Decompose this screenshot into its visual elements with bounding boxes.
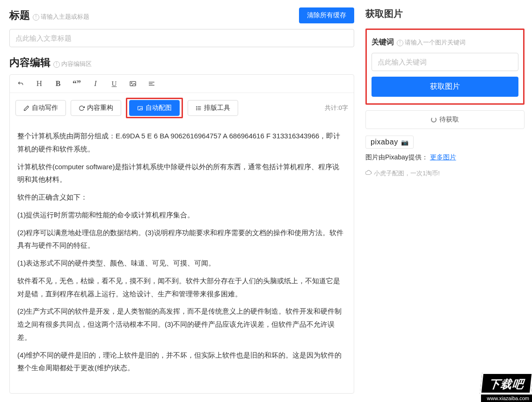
svg-point-11 (197, 109, 197, 110)
action-toolbar: 自动写作 内容重构 自动配图 排版工具 共计:0字 (10, 93, 354, 123)
svg-point-9 (197, 106, 197, 107)
auto-image-button[interactable]: 自动配图 (129, 100, 180, 116)
info-icon: ! (397, 40, 403, 46)
picture-icon (137, 105, 143, 111)
title-label: 标题 (9, 8, 30, 22)
keyword-highlight-box: 关键词 !请输入一个图片关键词 获取图片 (365, 29, 525, 105)
keyword-label: 关键词 (372, 37, 394, 47)
watermark-badge: 下载吧 (480, 373, 532, 394)
word-count: 共计:0字 (325, 104, 348, 112)
quote-icon[interactable]: “” (72, 79, 82, 89)
content-section-header: 内容编辑 !内容编辑区 (9, 56, 354, 70)
info-icon: ! (53, 61, 60, 68)
camera-icon: 📷 (399, 139, 409, 146)
side-footer-hint: 小虎子配图，一次1淘币! (365, 169, 525, 178)
auto-write-button[interactable]: 自动写作 (15, 100, 66, 116)
fetch-image-button[interactable]: 获取图片 (372, 77, 518, 97)
spinner-icon (431, 117, 437, 122)
layout-icon (196, 105, 202, 111)
editor-body[interactable]: 整个计算机系统由两部分组成：E.69DA 5 E 6 BA 9062616964… (10, 123, 354, 393)
paragraph: (1)提供运行时所需功能和性能的命令或计算机程序集合。 (17, 208, 346, 222)
credit-line: 图片由Pixabay提供： 更多图片 (365, 153, 525, 162)
side-panel-title: 获取图片 (365, 7, 525, 20)
content-edit-hint: !内容编辑区 (53, 60, 92, 68)
paragraph: (1)表达形式不同的硬件类型、颜色、味道、可见、可摸、可闻。 (17, 257, 346, 270)
paragraph: (4)维护不同的硬件是旧的，理论上软件是旧的，并不坏，但实际上软件也是旧的和坏的… (17, 349, 346, 375)
clear-cache-button[interactable]: 清除所有缓存 (299, 7, 354, 23)
pixabay-logo: pixabay 📷 (365, 136, 414, 149)
paragraph: 软件的正确含义如下： (17, 191, 346, 204)
undo-icon[interactable] (15, 79, 26, 89)
pending-status: 待获取 (365, 110, 525, 129)
title-section-header: 标题 !请输入主题或标题 清除所有缓存 (9, 7, 354, 23)
watermark-url: www.xiazaiba.com (481, 395, 532, 402)
restructure-button[interactable]: 内容重构 (71, 100, 121, 116)
more-images-link[interactable]: 更多图片 (430, 153, 456, 161)
format-toolbar: H B “” I U (10, 75, 354, 93)
align-icon[interactable] (146, 79, 157, 89)
heading-icon[interactable]: H (34, 79, 44, 89)
svg-point-1 (131, 83, 132, 84)
paragraph: 计算机软件(computer software)是指计算机系统中除硬件以外的所有… (17, 160, 346, 187)
article-title-input[interactable] (9, 29, 354, 47)
paragraph: (2)生产方式不同的软件是开发，是人类智能的高发挥，而不是传统意义上的硬件制造。… (17, 305, 346, 344)
refresh-icon (79, 105, 85, 111)
watermark: 下载吧 www.xiazaiba.com (481, 373, 532, 402)
auto-image-highlight: 自动配图 (126, 98, 183, 118)
editor-frame: H B “” I U 自动写作 内容重构 (9, 74, 354, 394)
keyword-input[interactable] (372, 53, 518, 71)
bold-icon[interactable]: B (53, 79, 63, 89)
image-icon[interactable] (128, 79, 138, 89)
title-hint: !请输入主题或标题 (33, 13, 89, 21)
info-icon: ! (33, 14, 39, 21)
layout-tool-button[interactable]: 排版工具 (188, 100, 238, 116)
italic-icon[interactable]: I (90, 79, 101, 89)
main-column: 标题 !请输入主题或标题 清除所有缓存 内容编辑 !内容编辑区 H B “” I… (0, 0, 364, 402)
paragraph: (2)程序可以满意地处理信息的数据结构。(3)说明程序功能要求和程序需要的文档的… (17, 226, 346, 252)
pencil-icon (23, 105, 29, 111)
content-edit-label: 内容编辑 (9, 56, 51, 70)
underline-icon[interactable]: U (109, 79, 119, 89)
keyword-hint: !请输入一个图片关键词 (397, 38, 466, 47)
svg-point-10 (197, 108, 197, 108)
side-column: 获取图片 关键词 !请输入一个图片关键词 获取图片 待获取 pixabay 📷 … (364, 0, 532, 402)
paragraph: 软件看不见，无色，枯燥，看不见，摸不到，闻不到。软件大部分存在于人们的头脑或纸上… (17, 274, 346, 301)
cloud-icon (365, 170, 372, 178)
paragraph: 整个计算机系统由两部分组成：E.69DA 5 E 6 BA 9062616964… (17, 129, 346, 156)
